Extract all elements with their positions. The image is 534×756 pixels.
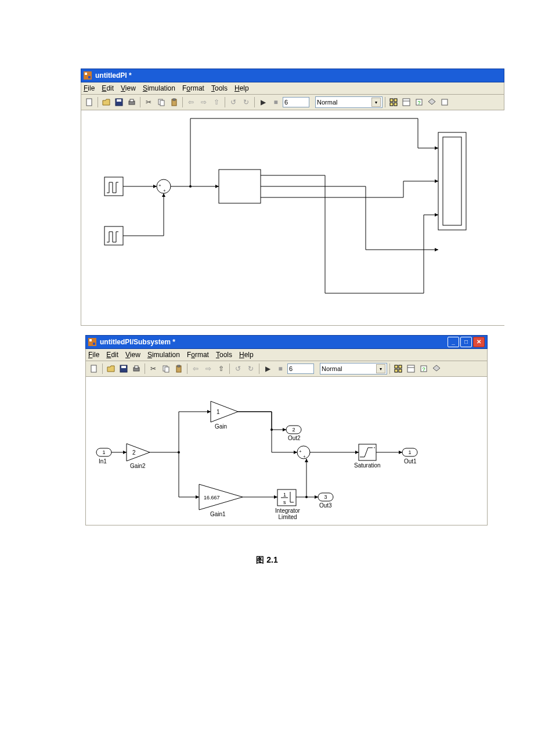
menu-tools[interactable]: Tools [216,351,232,359]
debug-button[interactable]: ? [418,363,430,375]
model-explorer-button[interactable] [405,363,417,375]
separator [98,97,98,107]
svg-rect-61 [165,367,169,372]
save-button[interactable] [113,96,125,108]
separator [389,363,390,374]
open-button[interactable] [100,96,112,108]
chevron-down-icon: ▾ [371,98,381,107]
menu-simulation[interactable]: Simulation [147,351,180,359]
titlebar[interactable]: untitledPI * [81,69,504,82]
back-button[interactable]: ⇦ [190,363,201,375]
up-button[interactable]: ⇧ [211,96,222,108]
model-explorer-button[interactable] [400,96,412,108]
separator [182,97,183,107]
menu-view[interactable]: View [121,84,136,92]
stop-button[interactable]: ■ [275,363,286,375]
menu-format[interactable]: Format [187,351,209,359]
model-canvas-main[interactable]: + + [81,110,504,326]
svg-rect-48 [219,170,261,203]
menubar[interactable]: File Edit View Simulation Format Tools H… [81,82,504,95]
minimize-button[interactable]: _ [448,337,459,347]
play-button[interactable]: ▶ [262,363,273,375]
svg-rect-16 [403,99,410,106]
separator [225,97,225,107]
redo-button[interactable]: ↻ [245,363,257,375]
svg-rect-68 [407,365,414,372]
menu-help[interactable]: Help [234,84,249,92]
menu-view[interactable]: View [125,351,140,359]
forward-button[interactable]: ⇨ [198,96,210,108]
refresh-button[interactable] [439,96,450,108]
redo-button[interactable]: ↻ [240,96,252,108]
svg-rect-55 [91,365,96,372]
cut-button[interactable]: ✂ [143,96,154,108]
open-button[interactable] [105,363,117,375]
play-button[interactable]: ▶ [257,96,269,108]
svg-text:+: + [299,449,302,454]
save-button[interactable] [118,363,129,375]
svg-rect-59 [135,366,138,368]
up-button[interactable]: ⇧ [215,363,227,375]
undo-button[interactable]: ↺ [232,363,244,375]
svg-rect-14 [390,103,393,106]
in1-label: In1 [99,458,107,465]
svg-rect-5 [117,99,121,102]
app-icon [88,338,96,346]
diagram-final-main: + + [81,110,505,325]
stoptime-input[interactable] [283,97,309,107]
separator [145,363,145,374]
sim-mode-value: Normal [322,365,342,372]
menu-edit[interactable]: Edit [102,84,114,92]
titlebar[interactable]: untitledPI/Subsystem * _ □ ✕ [85,335,488,349]
svg-text:1: 1 [217,409,220,415]
menu-tools[interactable]: Tools [211,84,228,92]
svg-rect-64 [395,365,398,368]
out2-label: Out2 [288,435,301,441]
model-canvas-subsystem[interactable]: 1 2 1 16.667 1 s + + [85,377,488,525]
separator [385,97,385,107]
sim-mode-select[interactable]: Normal ▾ [315,96,383,108]
build-button[interactable] [426,96,438,108]
window-main: untitledPI * File Edit View Simulation F… [81,69,504,326]
menu-file[interactable]: File [84,84,95,92]
gain1-label: Gain1 [210,511,226,517]
undo-button[interactable]: ↺ [228,96,239,108]
debug-button[interactable]: ? [413,96,425,108]
menu-help[interactable]: Help [239,351,254,359]
menu-format[interactable]: Format [182,84,204,92]
menu-simulation[interactable]: Simulation [143,84,175,92]
new-button[interactable] [88,363,100,375]
close-button[interactable]: ✕ [473,337,485,347]
svg-rect-53 [89,339,92,341]
stop-button[interactable]: ■ [270,96,282,108]
print-button[interactable] [131,363,142,375]
forward-button[interactable]: ⇨ [203,363,214,375]
print-button[interactable] [126,96,138,108]
sim-mode-select[interactable]: Normal ▾ [320,363,387,375]
copy-button[interactable] [156,96,167,108]
menubar[interactable]: File Edit View Simulation Format Tools H… [85,349,488,361]
out3-label: Out3 [319,502,332,509]
out1-label: Out1 [404,458,417,465]
stoptime-input[interactable] [287,363,314,374]
svg-rect-63 [178,365,180,367]
back-button[interactable]: ⇦ [185,96,197,108]
svg-text:s: s [283,499,286,505]
svg-text:2: 2 [292,427,295,433]
menu-edit[interactable]: Edit [106,351,118,359]
copy-button[interactable] [160,363,172,375]
svg-rect-3 [86,99,92,106]
new-button[interactable] [84,96,95,108]
svg-rect-20 [442,99,448,105]
build-button[interactable] [431,363,442,375]
paste-button[interactable] [173,363,185,375]
maximize-button[interactable]: □ [460,337,472,347]
figure-caption: 图 2.1 [0,555,534,566]
paste-button[interactable] [168,96,180,108]
library-button[interactable] [392,363,404,375]
library-button[interactable] [388,96,399,108]
chevron-down-icon: ▾ [376,364,385,373]
svg-rect-9 [160,100,164,106]
menu-file[interactable]: File [88,351,99,359]
cut-button[interactable]: ✂ [147,363,159,375]
